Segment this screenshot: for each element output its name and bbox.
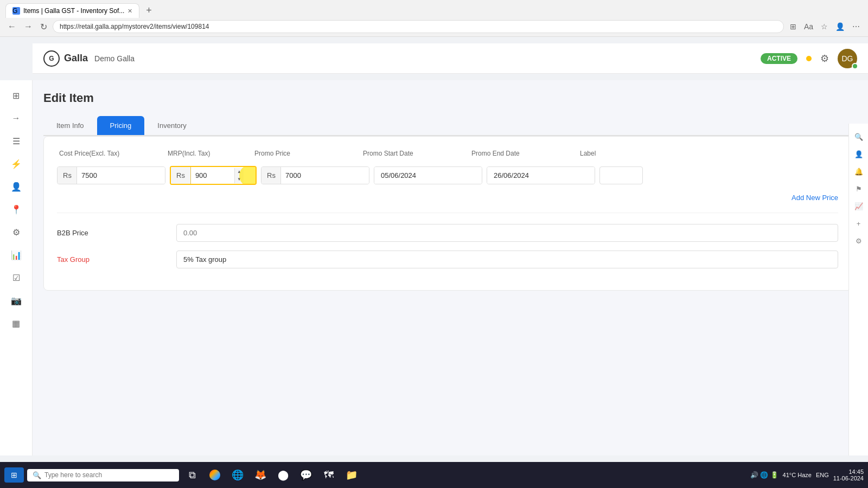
promo-price-field[interactable]: Rs bbox=[261, 166, 369, 184]
col-header-mrp: MRP(Incl. Tax) bbox=[165, 150, 252, 157]
add-new-price-link[interactable]: Add New Price bbox=[792, 194, 838, 202]
sidebar-item-tasks[interactable]: ☑ bbox=[7, 268, 26, 287]
sidebar-item-nav[interactable]: → bbox=[7, 108, 26, 128]
forward-button[interactable]: → bbox=[22, 21, 35, 33]
tab-title: Items | Galla GST - Inventory Sof... bbox=[23, 7, 124, 15]
sidebar-item-person[interactable]: 👤 bbox=[7, 177, 26, 196]
back-button[interactable]: ← bbox=[5, 21, 18, 33]
tab-pricing[interactable]: Pricing bbox=[97, 116, 145, 135]
sidebar-item-dashboard[interactable]: ⊞ bbox=[7, 86, 26, 105]
col-header-promo-price: Promo Price bbox=[252, 150, 361, 157]
settings-icon[interactable]: ⚙ bbox=[820, 53, 829, 65]
mrp-decrement[interactable]: ▼ bbox=[235, 176, 244, 183]
right-icon-flag[interactable]: ⚑ bbox=[851, 181, 866, 196]
cost-price-field[interactable]: Rs bbox=[57, 166, 165, 184]
b2b-price-label: B2B Price bbox=[57, 229, 165, 237]
right-icon-add[interactable]: + bbox=[851, 216, 866, 231]
sidebar-item-camera[interactable]: 📷 bbox=[7, 291, 26, 310]
browser-extensions-button[interactable]: ⊞ bbox=[787, 21, 799, 33]
avatar[interactable]: DG bbox=[838, 49, 857, 68]
mrp-currency: Rs bbox=[171, 167, 191, 184]
sidebar-item-settings[interactable]: ⚙ bbox=[7, 222, 26, 242]
right-icon-bell[interactable]: 🔔 bbox=[851, 164, 866, 179]
address-bar[interactable]: https://retail.galla.app/mystorev2/items… bbox=[53, 20, 784, 33]
browser-profile-button[interactable]: 👤 bbox=[833, 21, 847, 33]
refresh-button[interactable]: ↻ bbox=[38, 21, 49, 33]
divider bbox=[57, 213, 838, 213]
browser-reader-button[interactable]: Aa bbox=[801, 21, 816, 33]
status-dot bbox=[806, 56, 812, 61]
tab-item-info[interactable]: Item Info bbox=[43, 116, 97, 135]
promo-start-date-field[interactable] bbox=[374, 166, 482, 184]
promo-end-date-input[interactable] bbox=[487, 167, 595, 184]
tax-group-input[interactable] bbox=[176, 251, 838, 268]
right-icon-gear[interactable]: ⚙ bbox=[851, 233, 866, 248]
pricing-table-header: Cost Price(Excl. Tax) MRP(Incl. Tax) Pro… bbox=[57, 150, 838, 162]
cost-price-currency: Rs bbox=[58, 167, 77, 184]
mrp-field[interactable]: Rs ▲ ▼ bbox=[170, 166, 257, 185]
sidebar-item-chart[interactable]: 📊 bbox=[7, 245, 26, 265]
url-text: https://retail.galla.app/mystorev2/items… bbox=[60, 23, 209, 30]
b2b-price-input[interactable] bbox=[176, 224, 838, 242]
right-icon-profile[interactable]: 👤 bbox=[851, 146, 866, 162]
label-field[interactable] bbox=[599, 166, 665, 184]
avatar-initials: DG bbox=[842, 54, 853, 63]
store-name: Demo Galla bbox=[94, 54, 135, 63]
sidebar-item-inbox[interactable]: ☰ bbox=[7, 131, 26, 151]
avatar-online-badge bbox=[852, 63, 858, 69]
logo-icon: G bbox=[43, 50, 60, 67]
app-header: G Galla Demo Galla ACTIVE ⚙ DG bbox=[33, 43, 868, 74]
tab-inventory[interactable]: Inventory bbox=[144, 116, 199, 135]
browser-tab[interactable]: G Items | Galla GST - Inventory Sof... ✕ bbox=[5, 3, 139, 18]
tax-group-label: Tax Group bbox=[57, 255, 165, 264]
tab-favicon: G bbox=[12, 7, 20, 15]
mrp-increment[interactable]: ▲ bbox=[235, 168, 244, 176]
col-header-cost-price: Cost Price(Excl. Tax) bbox=[57, 150, 165, 157]
tab-close-button[interactable]: ✕ bbox=[127, 8, 132, 15]
sidebar-item-lightning[interactable]: ⚡ bbox=[7, 154, 26, 174]
content-card: Cost Price(Excl. Tax) MRP(Incl. Tax) Pro… bbox=[43, 136, 852, 291]
col-header-label: Label bbox=[578, 150, 643, 157]
promo-price-currency: Rs bbox=[261, 167, 281, 184]
mrp-spinner[interactable]: ▲ ▼ bbox=[234, 168, 244, 183]
logo-text: Galla bbox=[64, 53, 88, 64]
right-sidebar: 🔍 👤 🔔 ⚑ 📈 + ⚙ bbox=[848, 124, 868, 455]
status-badge: ACTIVE bbox=[761, 53, 797, 64]
browser-favorites-button[interactable]: ☆ bbox=[818, 21, 831, 33]
promo-end-date-field[interactable] bbox=[487, 166, 595, 184]
browser-more-button[interactable]: ⋯ bbox=[850, 21, 863, 33]
pricing-row: Rs Rs ▲ ▼ Rs bbox=[57, 166, 838, 185]
right-icon-search[interactable]: 🔍 bbox=[851, 129, 866, 144]
tabs-container: Item Info Pricing Inventory bbox=[43, 116, 852, 136]
left-sidebar: ⊞ → ☰ ⚡ 👤 📍 ⚙ 📊 ☑ 📷 ▦ bbox=[0, 80, 33, 455]
col-header-promo-start: Promo Start Date bbox=[361, 150, 469, 157]
promo-price-input[interactable] bbox=[281, 167, 369, 184]
col-header-promo-end: Promo End Date bbox=[469, 150, 578, 157]
add-new-price-container: Add New Price bbox=[57, 194, 838, 202]
new-tab-button[interactable]: + bbox=[144, 5, 154, 16]
page-title: Edit Item bbox=[43, 91, 852, 105]
sidebar-item-location[interactable]: 📍 bbox=[7, 200, 26, 219]
promo-start-date-input[interactable] bbox=[374, 167, 482, 184]
app-logo: G Galla Demo Galla bbox=[43, 50, 135, 67]
sidebar-item-table[interactable]: ▦ bbox=[7, 313, 26, 333]
cost-price-input[interactable] bbox=[77, 167, 165, 184]
right-icon-chart[interactable]: 📈 bbox=[851, 198, 866, 214]
b2b-price-row: B2B Price bbox=[57, 224, 838, 242]
mrp-input[interactable] bbox=[191, 167, 234, 184]
tax-group-row: Tax Group bbox=[57, 251, 838, 268]
label-input[interactable] bbox=[599, 166, 643, 184]
